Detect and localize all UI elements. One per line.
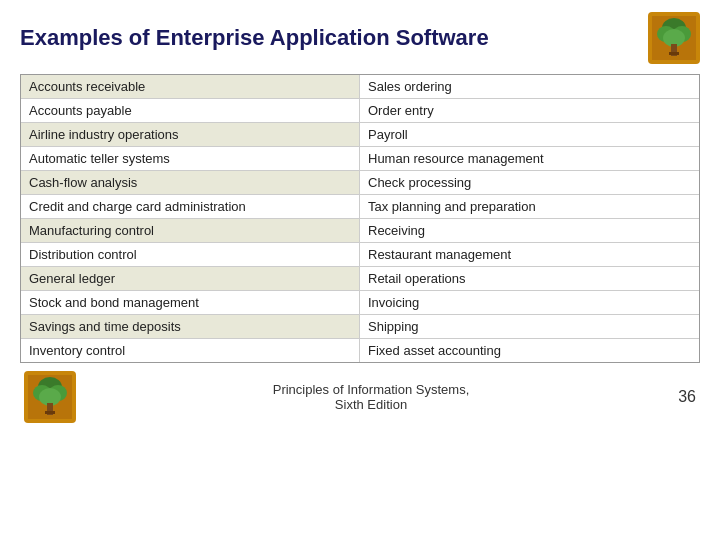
footer-line2: Sixth Edition — [335, 397, 407, 412]
table-row: Accounts payable Order entry — [21, 99, 699, 123]
cell-right: Check processing — [360, 171, 699, 194]
table-row: Distribution control Restaurant manageme… — [21, 243, 699, 267]
svg-rect-13 — [45, 411, 55, 414]
cell-right: Sales ordering — [360, 75, 699, 98]
page-number: 36 — [666, 388, 696, 406]
cell-left: Accounts payable — [21, 99, 360, 122]
footer-text: Principles of Information Systems, Sixth… — [76, 382, 666, 412]
cell-left: Credit and charge card administration — [21, 195, 360, 218]
cell-right: Receiving — [360, 219, 699, 242]
slide-title: Examples of Enterprise Application Softw… — [20, 25, 489, 51]
bottom-logo-icon — [24, 371, 76, 423]
footer-line1: Principles of Information Systems, — [273, 382, 470, 397]
cell-right: Restaurant management — [360, 243, 699, 266]
cell-left: General ledger — [21, 267, 360, 290]
table-row: General ledger Retail operations — [21, 267, 699, 291]
table-row: Credit and charge card administration Ta… — [21, 195, 699, 219]
table-row: Stock and bond management Invoicing — [21, 291, 699, 315]
table-row: Manufacturing control Receiving — [21, 219, 699, 243]
cell-left: Savings and time deposits — [21, 315, 360, 338]
table-row: Airline industry operations Payroll — [21, 123, 699, 147]
table-row: Cash-flow analysis Check processing — [21, 171, 699, 195]
cell-right: Order entry — [360, 99, 699, 122]
cell-right: Tax planning and preparation — [360, 195, 699, 218]
cell-right: Fixed asset accounting — [360, 339, 699, 362]
top-logo-icon — [648, 12, 700, 64]
cell-left: Accounts receivable — [21, 75, 360, 98]
cell-left: Automatic teller systems — [21, 147, 360, 170]
table-row: Automatic teller systems Human resource … — [21, 147, 699, 171]
table-row: Accounts receivable Sales ordering — [21, 75, 699, 99]
footer: Principles of Information Systems, Sixth… — [20, 371, 700, 423]
table-row: Savings and time deposits Shipping — [21, 315, 699, 339]
examples-table: Accounts receivable Sales ordering Accou… — [20, 74, 700, 363]
cell-right: Payroll — [360, 123, 699, 146]
svg-rect-6 — [669, 52, 679, 55]
cell-right: Invoicing — [360, 291, 699, 314]
cell-left: Manufacturing control — [21, 219, 360, 242]
cell-right: Retail operations — [360, 267, 699, 290]
cell-left: Inventory control — [21, 339, 360, 362]
slide-container: Examples of Enterprise Application Softw… — [0, 0, 720, 540]
cell-right: Shipping — [360, 315, 699, 338]
cell-left: Stock and bond management — [21, 291, 360, 314]
cell-right: Human resource management — [360, 147, 699, 170]
cell-left: Airline industry operations — [21, 123, 360, 146]
table-row: Inventory control Fixed asset accounting — [21, 339, 699, 362]
title-bar: Examples of Enterprise Application Softw… — [20, 12, 700, 64]
cell-left: Cash-flow analysis — [21, 171, 360, 194]
cell-left: Distribution control — [21, 243, 360, 266]
